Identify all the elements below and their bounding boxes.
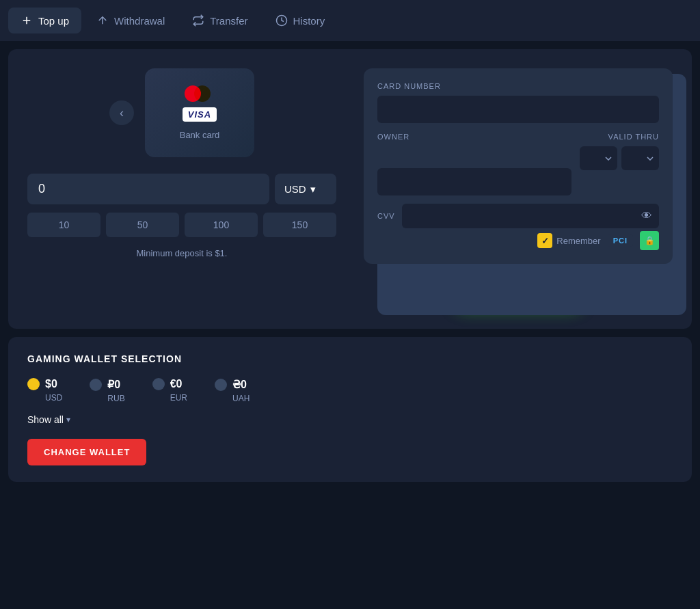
arrow-up-icon	[96, 14, 109, 27]
card-selector: ‹ VISA Bank card	[109, 68, 254, 157]
owner-section: OWNER	[377, 133, 571, 195]
wallet-currency-rub: RUB	[107, 394, 124, 403]
currency-select[interactable]: USD ▾	[275, 174, 336, 204]
year-select[interactable]	[621, 146, 659, 170]
quick-amounts: 10 50 100 150	[27, 213, 336, 237]
cvv-row: CVV 👁	[377, 204, 659, 228]
owner-label: OWNER	[377, 133, 571, 141]
wallet-option-eur[interactable]: €0 EUR	[152, 378, 187, 403]
amount-input-row: USD ▾	[27, 174, 336, 204]
checkmark-icon: ✓	[537, 233, 552, 248]
tab-transfer-label: Transfer	[210, 15, 247, 27]
remember-label: Remember	[556, 236, 600, 246]
remember-row: ✓ Remember PCI	[377, 231, 659, 250]
main-content: ‹ VISA Bank card	[0, 41, 700, 490]
wallet-uah-top: ₴0	[215, 378, 247, 391]
valid-thru-selects	[580, 146, 659, 170]
tab-withdrawal-label: Withdrawal	[114, 15, 165, 27]
cvv-input-wrap: 👁	[402, 204, 659, 228]
plus-icon	[21, 14, 33, 27]
payment-panel: ‹ VISA Bank card	[8, 49, 692, 329]
wallet-dot-eur	[152, 378, 165, 390]
tab-topup-label: Top up	[38, 15, 69, 27]
wallet-currency-eur: EUR	[170, 393, 187, 403]
top-navigation: Top up Withdrawal Transfer History	[0, 0, 700, 41]
mastercard-logo	[185, 85, 215, 105]
right-panel: CARD NUMBER OWNER VALID THRU	[364, 68, 673, 310]
wallet-amount-uah: ₴0	[232, 378, 247, 391]
wallet-option-usd[interactable]: $0 USD	[27, 378, 62, 403]
mastercard-orange-circle	[194, 85, 211, 102]
wallet-dot-usd	[27, 378, 40, 390]
tab-withdrawal[interactable]: Withdrawal	[84, 8, 177, 33]
change-wallet-button[interactable]: CHANGE WALLET	[27, 439, 146, 465]
wallet-amount-rub: ₽0	[107, 378, 120, 391]
card-number-label: CARD NUMBER	[377, 82, 659, 90]
show-all-label: Show all	[27, 414, 64, 425]
wallet-title: GAMING WALLET SELECTION	[27, 353, 673, 364]
wallet-option-uah[interactable]: ₴0 UAH	[215, 378, 250, 403]
card-label: Bank card	[180, 130, 220, 140]
tab-transfer[interactable]: Transfer	[180, 8, 260, 33]
show-all-row[interactable]: Show all ▾	[27, 414, 673, 425]
clock-icon	[275, 14, 288, 27]
valid-thru-owner-row: OWNER VALID THRU	[377, 133, 659, 195]
cvv-label: CVV	[377, 212, 395, 220]
visa-badge: VISA	[183, 107, 217, 122]
amount-input[interactable]	[27, 174, 269, 204]
amount-section: USD ▾ 10 50 100 150 Minimum deposit is $…	[27, 174, 336, 258]
tab-topup[interactable]: Top up	[8, 8, 81, 33]
bank-card: VISA Bank card	[145, 68, 254, 157]
month-select[interactable]	[580, 146, 617, 170]
tab-history-label: History	[293, 15, 325, 27]
remember-check: ✓ Remember	[537, 233, 600, 248]
wallet-amount-usd: $0	[45, 378, 57, 390]
owner-input[interactable]	[377, 168, 571, 195]
chevron-down-icon: ▾	[66, 415, 70, 424]
wallet-dot-rub	[90, 379, 102, 391]
wallet-rub-top: ₽0	[90, 378, 120, 391]
valid-thru-section: VALID THRU	[580, 133, 659, 170]
currency-label: USD	[284, 183, 306, 195]
wallet-option-rub[interactable]: ₽0 RUB	[90, 378, 124, 403]
tab-history[interactable]: History	[263, 8, 338, 33]
wallet-currency-usd: USD	[45, 393, 62, 403]
eye-icon[interactable]: 👁	[641, 210, 652, 222]
quick-amount-50[interactable]: 50	[106, 213, 179, 237]
quick-amount-150[interactable]: 150	[263, 213, 336, 237]
wallet-dot-uah	[215, 379, 227, 391]
left-panel: ‹ VISA Bank card	[27, 68, 336, 310]
pci-badge: PCI	[608, 234, 633, 247]
wallet-amount-eur: €0	[170, 378, 183, 390]
quick-amount-10[interactable]: 10	[27, 213, 100, 237]
wallet-eur-top: €0	[152, 378, 183, 390]
prev-card-button[interactable]: ‹	[109, 100, 134, 125]
min-deposit-note: Minimum deposit is $1.	[27, 248, 336, 258]
wallet-options: $0 USD ₽0 RUB €0 EUR	[27, 378, 673, 403]
card-logos: VISA	[183, 85, 217, 122]
ssl-badge	[640, 231, 659, 250]
valid-thru-label: VALID THRU	[580, 133, 659, 141]
wallet-usd-top: $0	[27, 378, 57, 390]
transfer-icon	[192, 14, 204, 27]
quick-amount-100[interactable]: 100	[185, 213, 258, 237]
chevron-down-icon: ▾	[310, 183, 316, 195]
card-form: CARD NUMBER OWNER VALID THRU	[364, 68, 673, 264]
wallet-currency-uah: UAH	[232, 394, 250, 403]
wallet-section: GAMING WALLET SELECTION $0 USD ₽0 RUB	[8, 337, 692, 482]
cvv-input[interactable]	[402, 204, 659, 228]
card-number-input[interactable]	[377, 96, 659, 123]
